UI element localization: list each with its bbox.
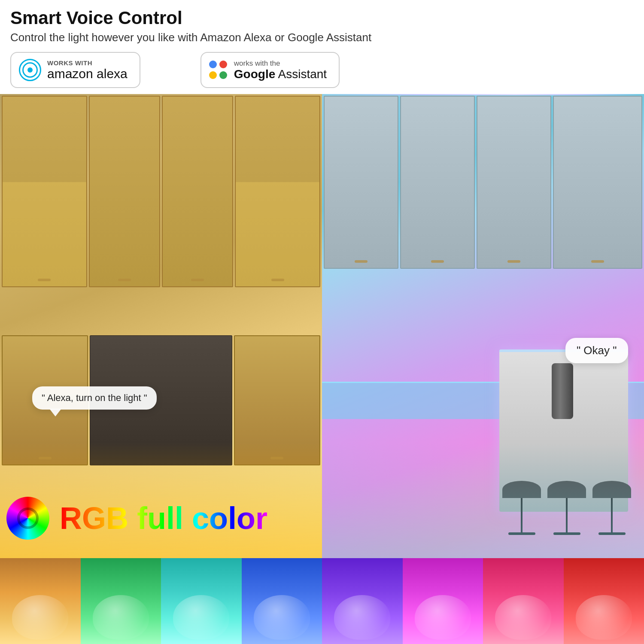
color-wheel <box>6 497 49 540</box>
swatch-inner-4 <box>322 558 403 644</box>
swatch-inner-3 <box>242 558 322 644</box>
swatches-section <box>0 558 644 644</box>
rcabinet-handle-4 <box>591 260 604 263</box>
rcabinet-handle-1 <box>355 260 368 263</box>
top-info-section: Smart Voice Control Control the light ho… <box>0 0 644 94</box>
alexa-voice-bubble: " Alexa, turn on the light " <box>32 386 157 410</box>
cabinet-handle-1 <box>38 279 51 281</box>
alexa-dot <box>27 67 33 73</box>
color-swatch-7 <box>564 558 644 644</box>
alexa-brand-label: amazon alexa <box>47 67 128 81</box>
okay-response-bubble: " Okay " <box>565 338 628 363</box>
cabinet-2 <box>89 96 160 287</box>
color-wheel-inner <box>17 507 39 529</box>
google-dot-yellow <box>209 71 217 79</box>
top-cabinets-right <box>322 94 644 270</box>
kitchen-section: " Alexa, turn on the light " RGB full co… <box>0 94 644 558</box>
google-text-block: works with the Google Assistant <box>234 59 327 81</box>
badges-row: WORKS WITH amazon alexa works with the G… <box>10 52 634 88</box>
color-swatch-4 <box>322 558 403 644</box>
alexa-badge[interactable]: WORKS WITH amazon alexa <box>10 52 140 88</box>
kitchen-room: " Alexa, turn on the light " RGB full co… <box>0 94 644 558</box>
page-wrapper: Smart Voice Control Control the light ho… <box>0 0 644 644</box>
top-cabinets-left <box>0 94 322 289</box>
cabinet-handle-4 <box>271 279 284 281</box>
cabinet-handle-3 <box>191 279 204 281</box>
rcabinet-3 <box>477 96 551 269</box>
kitchen-right: " Okay " <box>322 94 644 558</box>
color-swatch-6 <box>483 558 564 644</box>
swatch-inner-2 <box>161 558 242 644</box>
rcabinet-4 <box>553 96 642 269</box>
swatch-bulb-3 <box>254 595 310 640</box>
swatch-inner-6 <box>483 558 564 644</box>
google-dot-red <box>219 61 227 68</box>
swatch-bulb-0 <box>12 595 68 640</box>
color-swatch-3 <box>242 558 322 644</box>
alexa-command-text: " Alexa, turn on the light " <box>42 392 147 403</box>
swatch-bulb-5 <box>415 595 471 640</box>
cabinet-glass-1 <box>3 182 86 286</box>
swatch-inner-1 <box>81 558 161 644</box>
color-swatch-2 <box>161 558 242 644</box>
google-dot-green <box>219 71 227 79</box>
alexa-text-block: WORKS WITH amazon alexa <box>47 59 128 81</box>
google-icon <box>209 61 228 79</box>
floor-glow-right <box>322 442 644 558</box>
google-assistant-label: Google Assistant <box>234 68 327 81</box>
rcabinet-handle-3 <box>507 260 520 263</box>
google-brand-span: Google <box>234 67 275 81</box>
cabinet-1 <box>2 96 87 287</box>
swatch-bulb-1 <box>93 595 149 640</box>
page-subtitle: Control the light however you like with … <box>10 31 634 44</box>
rcabinet-handle-2 <box>431 260 444 263</box>
google-dot-blue <box>209 61 217 68</box>
color-swatch-5 <box>403 558 483 644</box>
swatch-inner-7 <box>564 558 644 644</box>
cabinet-4 <box>235 96 320 287</box>
swatch-bulb-2 <box>173 595 229 640</box>
google-works-with-label: works with the <box>234 59 327 68</box>
swatch-inner-0 <box>0 558 81 644</box>
alexa-inner-ring <box>22 62 38 78</box>
okay-response-text: " Okay " <box>577 344 617 357</box>
rcabinet-2 <box>400 96 475 269</box>
alexa-works-with-label: WORKS WITH <box>47 59 128 67</box>
color-swatch-0 <box>0 558 81 644</box>
swatch-bulb-7 <box>576 595 632 640</box>
color-swatch-1 <box>81 558 161 644</box>
page-title: Smart Voice Control <box>10 8 634 28</box>
cabinet-3 <box>162 96 233 287</box>
swatch-bulb-4 <box>334 595 390 640</box>
google-badge[interactable]: works with the Google Assistant <box>200 52 340 88</box>
swatch-bulb-6 <box>495 595 551 640</box>
smart-speaker <box>552 363 573 419</box>
rgb-section: RGB full color <box>6 497 267 540</box>
cabinet-handle-2 <box>118 279 131 281</box>
alexa-icon <box>19 59 41 81</box>
swatch-inner-5 <box>403 558 483 644</box>
rcabinet-1 <box>324 96 398 269</box>
cabinet-glass-4 <box>236 182 319 286</box>
rgb-text: RGB full color <box>60 503 267 534</box>
kitchen-left: " Alexa, turn on the light " RGB full co… <box>0 94 322 558</box>
